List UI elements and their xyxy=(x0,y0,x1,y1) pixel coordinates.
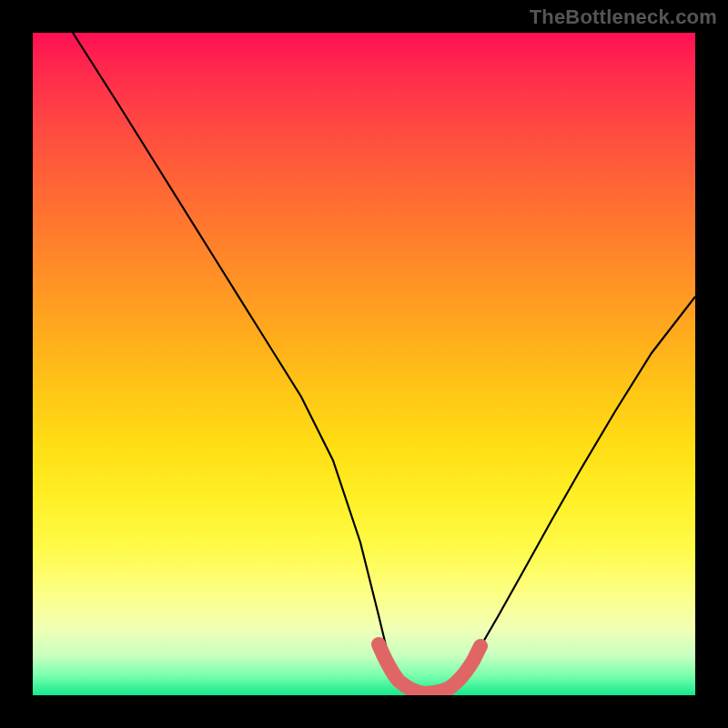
watermark-text: TheBottleneck.com xyxy=(530,5,717,29)
plot-area xyxy=(33,33,695,695)
highlight-path xyxy=(379,644,480,693)
optimal-highlight xyxy=(33,33,695,695)
chart-frame: TheBottleneck.com xyxy=(0,0,728,728)
